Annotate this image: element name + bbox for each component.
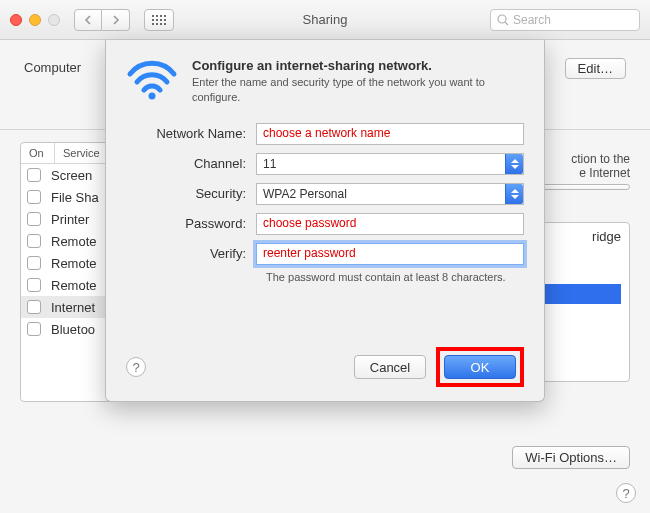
col-on: On xyxy=(21,143,55,163)
security-select[interactable]: WPA2 Personal xyxy=(256,183,524,205)
service-label: Remote xyxy=(51,256,97,271)
forward-button[interactable] xyxy=(102,9,130,31)
cancel-button[interactable]: Cancel xyxy=(354,355,426,379)
chevron-left-icon xyxy=(84,15,92,25)
channel-label: Channel: xyxy=(126,156,256,171)
minimize-icon[interactable] xyxy=(29,14,41,26)
network-name-field[interactable]: choose a network name xyxy=(256,123,524,145)
service-label: Printer xyxy=(51,212,89,227)
service-checkbox[interactable] xyxy=(27,212,41,226)
help-button[interactable]: ? xyxy=(616,483,636,503)
sheet-title: Configure an internet-sharing network. xyxy=(192,58,524,73)
stepper-icon xyxy=(505,154,523,174)
ok-button[interactable]: OK xyxy=(444,355,516,379)
service-checkbox[interactable] xyxy=(27,256,41,270)
svg-point-2 xyxy=(149,93,156,100)
grid-icon xyxy=(152,15,166,25)
help-icon: ? xyxy=(132,360,139,375)
sheet-footer: ? Cancel OK xyxy=(126,347,524,387)
sheet-help-button[interactable]: ? xyxy=(126,357,146,377)
service-checkbox[interactable] xyxy=(27,168,41,182)
sheet-subtitle: Enter the name and security type of the … xyxy=(192,75,524,105)
verify-field[interactable]: reenter password xyxy=(256,243,524,265)
service-label: Remote xyxy=(51,234,97,249)
service-checkbox[interactable] xyxy=(27,300,41,314)
search-icon xyxy=(497,14,509,26)
password-label: Password: xyxy=(126,216,256,231)
wifi-options-button[interactable]: Wi-Fi Options… xyxy=(512,446,630,469)
stepper-icon xyxy=(505,184,523,204)
ok-highlight: OK xyxy=(436,347,524,387)
chevron-right-icon xyxy=(112,15,120,25)
service-label: Internet xyxy=(51,300,95,315)
verify-label: Verify: xyxy=(126,246,256,261)
service-label: Bluetoo xyxy=(51,322,95,337)
configure-sheet: Configure an internet-sharing network. E… xyxy=(105,40,545,402)
computer-name-label: Computer xyxy=(24,60,81,75)
service-checkbox[interactable] xyxy=(27,190,41,204)
network-name-label: Network Name: xyxy=(126,126,256,141)
search-input[interactable]: Search xyxy=(490,9,640,31)
search-placeholder: Search xyxy=(513,13,551,27)
titlebar: Sharing Search xyxy=(0,0,650,40)
security-value: WPA2 Personal xyxy=(263,187,347,201)
channel-select[interactable]: 11 xyxy=(256,153,524,175)
service-checkbox[interactable] xyxy=(27,234,41,248)
password-field[interactable]: choose password xyxy=(256,213,524,235)
service-label: Remote xyxy=(51,278,97,293)
nav-buttons xyxy=(74,9,130,31)
help-icon: ? xyxy=(622,486,629,501)
edit-button[interactable]: Edit… xyxy=(565,58,626,79)
svg-line-1 xyxy=(505,22,508,25)
back-button[interactable] xyxy=(74,9,102,31)
wifi-icon xyxy=(126,58,178,105)
show-all-button[interactable] xyxy=(144,9,174,31)
window-controls xyxy=(10,14,60,26)
service-label: Screen xyxy=(51,168,92,183)
service-checkbox[interactable] xyxy=(27,322,41,336)
close-icon[interactable] xyxy=(10,14,22,26)
zoom-icon xyxy=(48,14,60,26)
service-checkbox[interactable] xyxy=(27,278,41,292)
password-hint: The password must contain at least 8 cha… xyxy=(266,271,524,283)
service-label: File Sha xyxy=(51,190,99,205)
sheet-form: Network Name: choose a network name Chan… xyxy=(126,123,524,283)
security-label: Security: xyxy=(126,186,256,201)
svg-point-0 xyxy=(498,15,506,23)
channel-value: 11 xyxy=(263,157,276,171)
